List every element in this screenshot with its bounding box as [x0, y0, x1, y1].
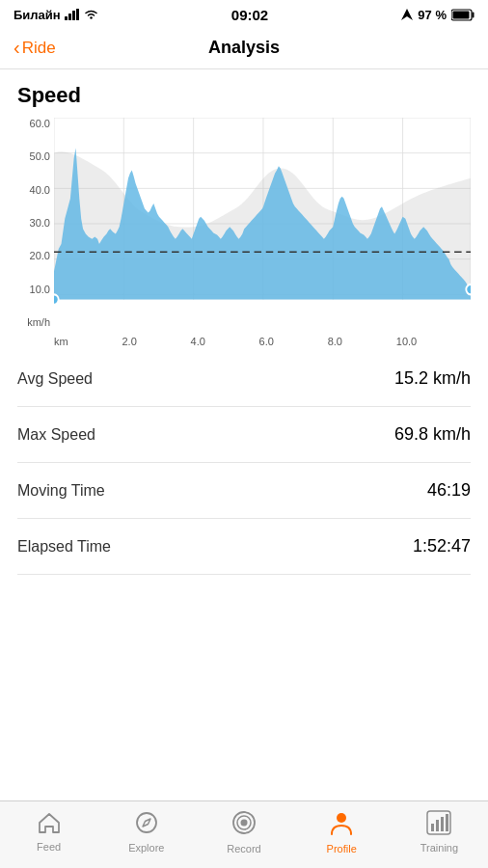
home-icon [37, 811, 62, 838]
avg-speed-row: Avg Speed 15.2 km/h [17, 351, 471, 407]
moving-time-row: Moving Time 46:19 [17, 463, 471, 519]
max-speed-label: Max Speed [17, 426, 95, 444]
tab-record[interactable]: Record [195, 809, 292, 854]
svg-marker-4 [401, 9, 413, 20]
chart-and-xaxis: km 2.0 4.0 6.0 8.0 10.0 [54, 118, 471, 351]
tab-bar: Feed Explore Record Pro [0, 800, 488, 868]
back-button[interactable]: ‹ Ride [14, 37, 56, 59]
page-title: Analysis [208, 38, 280, 58]
chart-wrapper: 60.0 50.0 40.0 30.0 20.0 10.0 km/h [17, 118, 471, 351]
tab-explore[interactable]: Explore [97, 810, 195, 854]
profile-icon [328, 809, 355, 840]
tab-explore-label: Explore [128, 842, 164, 854]
svg-rect-29 [441, 817, 444, 831]
tab-feed-label: Feed [37, 841, 61, 853]
tab-record-label: Record [227, 843, 260, 854]
svg-rect-7 [453, 11, 470, 18]
status-bar: Билайн 09:02 97 % [0, 0, 488, 27]
chart-svg [54, 118, 471, 330]
svg-rect-3 [76, 9, 79, 20]
svg-point-24 [241, 820, 248, 827]
y-axis: 60.0 50.0 40.0 30.0 20.0 10.0 km/h [17, 118, 54, 351]
content-area: Speed 60.0 50.0 40.0 30.0 20.0 10.0 km/h [0, 69, 488, 800]
moving-time-label: Moving Time [17, 482, 105, 500]
nav-bar: ‹ Ride Analysis [0, 27, 488, 69]
speed-chart [54, 118, 471, 330]
explore-icon [134, 810, 159, 839]
status-left: Билайн [14, 8, 98, 22]
avg-speed-value: 15.2 km/h [394, 368, 471, 389]
start-dot [54, 294, 59, 304]
battery-icon [451, 9, 474, 21]
svg-rect-30 [446, 814, 448, 831]
svg-rect-1 [68, 14, 71, 20]
back-label: Ride [22, 39, 56, 58]
svg-rect-27 [431, 824, 434, 831]
tab-training-label: Training [420, 842, 458, 854]
elapsed-time-value: 1:52:47 [413, 536, 471, 556]
tab-training[interactable]: Training [391, 810, 488, 854]
x-axis: km 2.0 4.0 6.0 8.0 10.0 [54, 334, 471, 351]
end-dot [466, 285, 471, 294]
elapsed-time-row: Elapsed Time 1:52:47 [17, 519, 471, 575]
section-title: Speed [17, 83, 471, 108]
wifi-icon [84, 9, 98, 20]
battery-percent: 97 % [418, 8, 447, 22]
tab-profile[interactable]: Profile [293, 809, 391, 854]
carrier: Билайн [14, 8, 61, 22]
chevron-left-icon: ‹ [14, 37, 20, 59]
record-icon [230, 809, 258, 840]
svg-rect-0 [65, 16, 68, 20]
status-right: 97 % [401, 8, 474, 22]
max-speed-value: 69.8 km/h [394, 424, 471, 445]
location-icon [401, 9, 413, 20]
avg-speed-label: Avg Speed [17, 370, 93, 388]
svg-point-25 [337, 813, 346, 823]
svg-rect-2 [72, 11, 75, 20]
max-speed-row: Max Speed 69.8 km/h [17, 407, 471, 463]
svg-rect-28 [436, 820, 439, 831]
signal-icon [65, 9, 80, 20]
tab-profile-label: Profile [327, 843, 357, 854]
time: 09:02 [231, 7, 268, 23]
tab-feed[interactable]: Feed [0, 811, 97, 853]
training-icon [426, 810, 451, 839]
svg-rect-6 [473, 12, 474, 17]
svg-point-21 [137, 813, 156, 832]
elapsed-time-label: Elapsed Time [17, 538, 111, 556]
moving-time-value: 46:19 [427, 480, 471, 501]
stats-list: Avg Speed 15.2 km/h Max Speed 69.8 km/h … [17, 351, 471, 575]
